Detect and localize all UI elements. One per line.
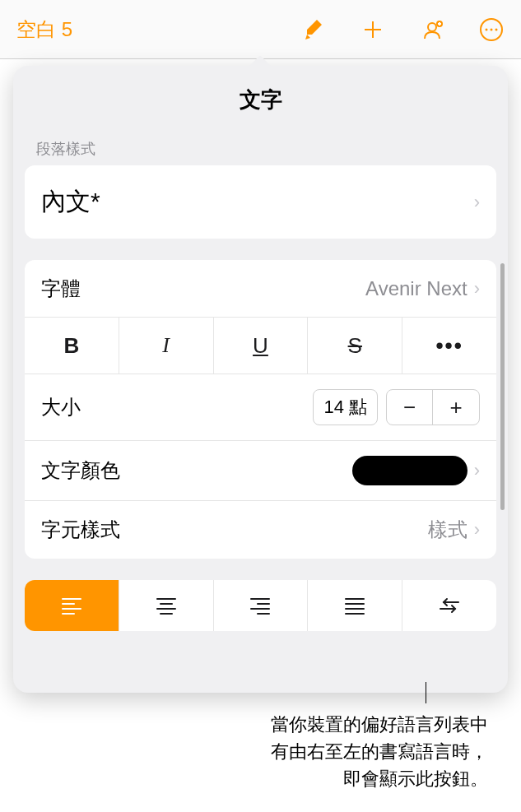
callout-text: 當你裝置的偏好語言列表中 有由右至左的書寫語言時， 即會顯示此按鈕。 [271, 711, 488, 792]
scroll-indicator[interactable] [500, 263, 505, 510]
char-style-value-wrap: 樣式 › [428, 517, 480, 543]
size-value[interactable]: 14 點 [313, 389, 378, 425]
text-color-row[interactable]: 文字顏色 › [25, 441, 496, 501]
svg-point-8 [491, 28, 493, 30]
char-style-value: 樣式 [428, 517, 468, 543]
chevron-right-icon: › [474, 192, 480, 213]
paragraph-style-card: 內文* › [25, 165, 496, 239]
toolbar: 空白 5 [0, 0, 521, 59]
chevron-right-icon: › [474, 460, 480, 481]
text-style-row: B I U S ••• [25, 318, 496, 374]
char-style-row[interactable]: 字元樣式 樣式 › [25, 501, 496, 559]
toolbar-actions [300, 16, 505, 43]
svg-point-7 [486, 28, 488, 30]
align-center-button[interactable] [119, 580, 214, 631]
more-icon[interactable] [478, 16, 505, 43]
text-color-label: 文字顏色 [41, 457, 120, 484]
chevron-right-icon: › [474, 519, 480, 541]
font-label: 字體 [41, 276, 81, 302]
align-left-button[interactable] [25, 580, 119, 631]
chevron-right-icon: › [474, 278, 480, 299]
font-card: 字體 Avenir Next › B I U S ••• 大小 14 點 − + [25, 260, 496, 559]
size-stepper: − + [386, 389, 480, 425]
format-panel: 文字 段落樣式 內文* › 字體 Avenir Next › B I U S •… [13, 66, 508, 693]
document-title[interactable]: 空白 5 [16, 16, 72, 43]
format-brush-icon[interactable] [300, 16, 327, 43]
align-justify-button[interactable] [308, 580, 402, 631]
size-increase-button[interactable]: + [433, 390, 479, 425]
font-value-wrap: Avenir Next › [365, 277, 480, 300]
bold-button[interactable]: B [25, 318, 119, 374]
text-color-value-wrap: › [352, 456, 480, 485]
italic-button[interactable]: I [119, 318, 214, 374]
size-row: 大小 14 點 − + [25, 374, 496, 441]
align-right-button[interactable] [214, 580, 309, 631]
paragraph-style-section-label: 段落樣式 [13, 139, 508, 165]
paragraph-style-row[interactable]: 內文* › [25, 165, 496, 239]
font-row[interactable]: 字體 Avenir Next › [25, 260, 496, 318]
svg-point-2 [428, 23, 436, 31]
callout-line-3: 即會顯示此按鈕。 [271, 765, 488, 792]
callout-line-2: 有由右至左的書寫語言時， [271, 738, 488, 765]
callout-leader-line [426, 682, 426, 703]
collaborate-icon[interactable] [419, 16, 445, 43]
strikethrough-button[interactable]: S [308, 318, 402, 374]
svg-point-9 [495, 28, 498, 30]
size-label: 大小 [41, 394, 81, 420]
popover-arrow [250, 56, 270, 67]
add-icon[interactable] [360, 16, 386, 43]
more-styles-button[interactable]: ••• [402, 318, 496, 374]
size-controls: 14 點 − + [313, 389, 480, 425]
color-swatch [352, 456, 468, 485]
size-decrease-button[interactable]: − [387, 390, 433, 425]
char-style-label: 字元樣式 [41, 517, 120, 543]
paragraph-style-value: 內文* [41, 185, 100, 219]
alignment-card [25, 580, 496, 631]
font-value: Avenir Next [365, 277, 468, 300]
text-direction-button[interactable] [402, 580, 496, 631]
callout-line-1: 當你裝置的偏好語言列表中 [271, 711, 488, 738]
underline-button[interactable]: U [214, 318, 309, 374]
